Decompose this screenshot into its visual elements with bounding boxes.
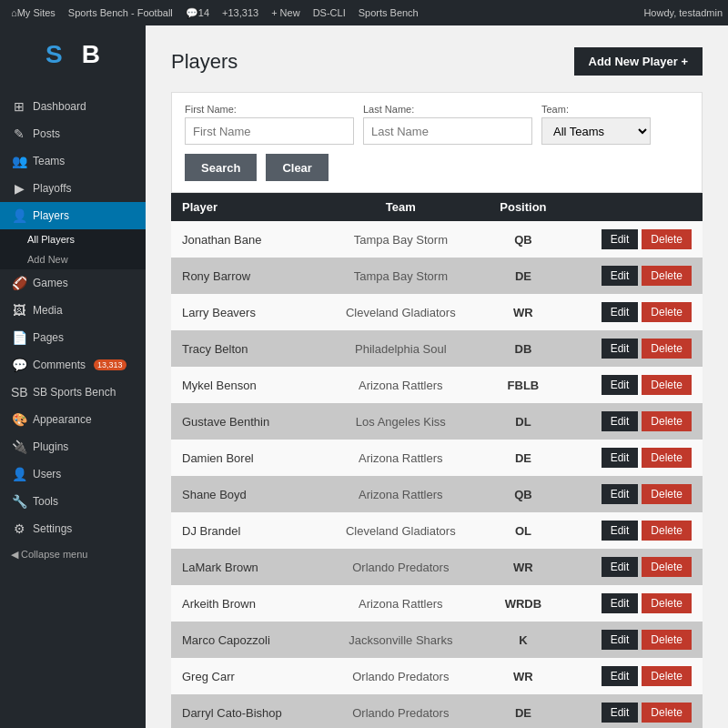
sidebar-label-plugins: Plugins [33,440,68,453]
player-actions: EditDelete [565,403,703,440]
sidebar-label-playoffs: Playoffs [33,182,71,195]
delete-button[interactable]: Delete [642,229,692,249]
delete-button[interactable]: Delete [642,484,692,504]
my-sites-menu[interactable]: ⌂ My Sites [5,0,61,25]
collapse-label: Collapse menu [21,549,87,560]
clear-button[interactable]: Clear [266,154,329,181]
search-button[interactable]: Search [185,154,257,181]
sidebar-item-appearance[interactable]: 🎨Appearance [0,406,146,433]
player-team: Arizona Rattlers [320,585,481,622]
delete-button[interactable]: Delete [642,448,692,468]
add-new-player-button[interactable]: Add New Player + [574,47,703,76]
sidebar-item-tools[interactable]: 🔧Tools [0,488,146,515]
delete-button[interactable]: Delete [642,339,692,359]
edit-button[interactable]: Edit [602,557,639,577]
player-name: Gustave Benthin [171,403,320,440]
submenu-add-new[interactable]: Add New [0,249,146,269]
player-team: Arizona Rattlers [320,440,481,476]
sidebar-collapse[interactable]: ◀ Collapse menu [0,542,146,567]
edit-button[interactable]: Edit [602,666,639,686]
page-header: Players Add New Player + [171,47,703,76]
player-actions: EditDelete [565,512,703,549]
sidebar-label-appearance: Appearance [33,413,92,426]
sidebar-item-users[interactable]: 👤Users [0,460,146,488]
delete-button[interactable]: Delete [642,703,692,723]
delete-button[interactable]: Delete [642,666,692,686]
player-actions: EditDelete [565,258,703,294]
sidebar-item-media[interactable]: 🖼Media [0,297,146,324]
player-team: Orlando Predators [320,549,481,585]
edit-button[interactable]: Edit [602,630,639,650]
edit-button[interactable]: Edit [602,593,639,613]
team-select[interactable]: All Teams [541,117,651,145]
posts-icon: ✎ [11,126,27,141]
new-item[interactable]: + New [266,0,306,25]
delete-button[interactable]: Delete [642,411,692,431]
player-team: Cleveland Gladiators [320,512,481,549]
sidebar-label-users: Users [33,468,61,480]
admin-bar: ⌂ My Sites Sports Bench - Football 💬 14 … [0,0,728,25]
ds-cli[interactable]: DS-CLI [308,0,351,25]
player-actions: EditDelete [565,330,703,367]
site-name[interactable]: Sports Bench - Football [63,0,178,25]
filter-bar: First Name: Last Name: Team: All Teams S… [171,92,703,193]
sidebar-item-teams[interactable]: 👥Teams [0,147,146,175]
player-position: WR [481,549,565,585]
sidebar-item-games[interactable]: 🏈Games [0,269,146,297]
tools-icon: 🔧 [11,494,27,509]
submenu-all-players[interactable]: All Players [0,229,146,249]
delete-button[interactable]: Delete [642,557,692,577]
col-header-position: Position [481,193,565,221]
edit-button[interactable]: Edit [602,229,639,249]
sidebar-logo: S B [0,25,146,93]
edit-button[interactable]: Edit [602,266,639,286]
table-row: Arkeith BrownArizona RattlersWRDBEditDel… [171,585,703,622]
sidebar-label-comments: Comments [33,359,86,371]
sidebar-item-pages[interactable]: 📄Pages [0,324,146,351]
player-team: Orlando Predators [320,694,481,728]
sidebar-item-playoffs[interactable]: ▶Playoffs [0,175,146,202]
sidebar-item-settings[interactable]: ⚙Settings [0,515,146,542]
edit-button[interactable]: Edit [602,375,639,395]
col-header-player: Player [171,193,320,221]
delete-button[interactable]: Delete [642,375,692,395]
player-actions: EditDelete [565,476,703,512]
delete-button[interactable]: Delete [642,302,692,322]
delete-button[interactable]: Delete [642,266,692,286]
sidebar-label-media: Media [33,304,63,317]
sidebar-item-plugins[interactable]: 🔌Plugins [0,433,146,460]
edit-button[interactable]: Edit [602,448,639,468]
sidebar-item-sb[interactable]: SBSB Sports Bench [0,379,146,406]
dashboard-icon: ⊞ [11,99,27,114]
edit-button[interactable]: Edit [602,339,639,359]
edit-button[interactable]: Edit [602,411,639,431]
sidebar-item-players[interactable]: 👤Players All Players Add New [0,202,146,269]
sidebar-label-settings: Settings [33,522,72,535]
player-position: OL [481,512,565,549]
edit-button[interactable]: Edit [602,521,639,541]
settings-icon: ⚙ [11,521,27,536]
sidebar-item-posts[interactable]: ✎Posts [0,120,146,147]
delete-button[interactable]: Delete [642,521,692,541]
player-team: Arizona Rattlers [320,476,481,512]
sidebar-item-comments[interactable]: 💬Comments13,313 [0,351,146,379]
last-name-input[interactable] [363,117,532,145]
sports-bench-bar[interactable]: Sports Bench [353,0,424,25]
table-row: Darryl Cato-BishopOrlando PredatorsDEEdi… [171,694,703,728]
table-row: Jonathan BaneTampa Bay StormQBEditDelete [171,221,703,258]
first-name-input[interactable] [185,117,354,145]
sidebar-item-dashboard[interactable]: ⊞Dashboard [0,93,146,120]
comments-count[interactable]: 💬 14 [180,0,215,25]
edit-button[interactable]: Edit [602,484,639,504]
visit-count[interactable]: + 13,313 [217,0,264,25]
delete-button[interactable]: Delete [642,593,692,613]
my-sites-label: My Sites [17,7,56,18]
table-row: Shane BoydArizona RattlersQBEditDelete [171,476,703,512]
player-actions: EditDelete [565,221,703,258]
sidebar-menu: ⊞Dashboard ✎Posts 👥Teams ▶Playoffs 👤Play… [0,93,146,567]
edit-button[interactable]: Edit [602,302,639,322]
edit-button[interactable]: Edit [602,703,639,723]
page-title: Players [171,50,238,74]
player-team: Philadelphia Soul [320,330,481,367]
delete-button[interactable]: Delete [642,630,692,650]
